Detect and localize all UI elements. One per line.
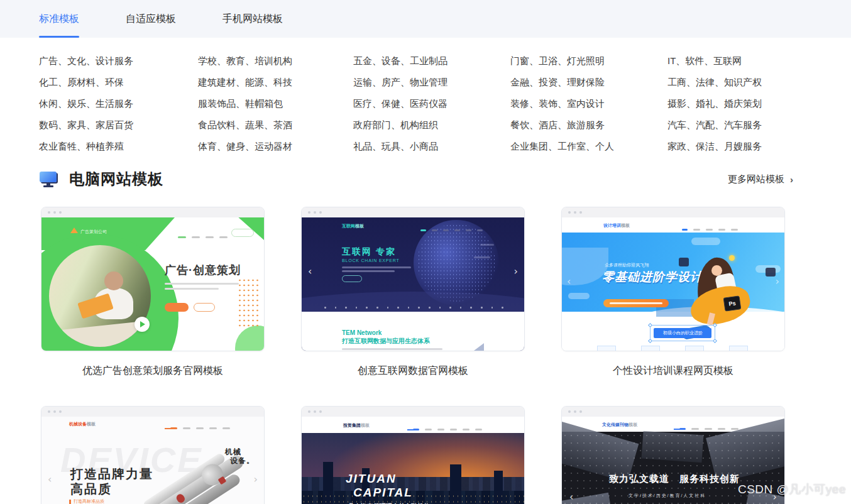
template-card-machinery[interactable]: DEVICE 机械设备模板 打造品牌力量 高品质 打造高标准品质 拥有资深专业技… xyxy=(41,406,265,504)
category-link[interactable]: 餐饮、酒店、旅游服务 xyxy=(510,118,667,131)
carousel-prev-icon: ‹ xyxy=(308,266,312,277)
card-caption-design-training[interactable]: 个性设计培训课程网页模板 xyxy=(561,364,785,378)
template-card-investment[interactable]: 投资集团模板 JITUAN CAPITAL 具有资产管理理念的金融机构 xyxy=(301,406,525,504)
category-link[interactable]: 服装饰品、鞋帽箱包 xyxy=(198,97,353,110)
category-link[interactable]: 礼品、玩具、小商品 xyxy=(353,140,510,153)
category-link[interactable]: 企业集团、工作室、个人 xyxy=(510,140,667,153)
browser-chrome-bar xyxy=(302,207,524,217)
category-link[interactable]: 汽车、汽配、汽车服务 xyxy=(667,118,851,131)
monitor-icon xyxy=(39,170,58,188)
mini-body-title: TEM Network xyxy=(342,329,382,336)
carousel-dots xyxy=(324,307,503,309)
carousel-next-icon: › xyxy=(254,474,258,485)
category-link[interactable]: 食品饮料、蔬果、茶酒 xyxy=(198,118,353,131)
category-link[interactable]: 医疗、保健、医药仪器 xyxy=(353,97,510,110)
browser-chrome-bar xyxy=(41,207,264,217)
template-type-tabbar: 标准模板 自适应模板 手机网站模板 xyxy=(0,0,851,38)
template-preview-investment: 投资集团模板 JITUAN CAPITAL 具有资产管理理念的金融机构 xyxy=(302,417,524,504)
template-card-row-1: 广告策划公司 广告·创意策划 互联网模板 互联网 xyxy=(0,207,851,351)
mini-heading-line2: CAPITAL xyxy=(353,486,413,500)
more-templates-label: 更多网站模板 xyxy=(728,173,784,185)
carousel-prev-icon: ‹ xyxy=(569,492,573,502)
template-card-row-2: DEVICE 机械设备模板 打造品牌力量 高品质 打造高标准品质 拥有资深专业技… xyxy=(0,406,851,504)
category-link[interactable]: 装修、装饰、室内设计 xyxy=(510,97,667,110)
tab-label: 自适应模板 xyxy=(126,13,176,26)
category-link[interactable]: 数码、家具、家居百货 xyxy=(39,118,198,131)
mini-body-subtitle: 打造互联网数据与应用生态体系 xyxy=(342,337,430,346)
photoshop-book-icon: Ps xyxy=(723,295,742,311)
mini-side-text: 设备。 xyxy=(230,456,255,466)
template-hero-photo xyxy=(49,245,151,347)
mini-logo-text: 机械设备模板 xyxy=(69,421,96,427)
category-grid: 广告、文化、设计服务 学校、教育、培训机构 五金、设备、工业制品 门窗、卫浴、灯… xyxy=(0,38,851,153)
tab-label: 手机网站模板 xyxy=(222,13,283,26)
template-preview-internet: 互联网模板 互联网 专家 BLOCK CHAIN EXPERT ‹ › TEM … xyxy=(302,217,524,351)
mini-heading: 广告·创意策划 xyxy=(165,263,241,278)
card-caption-row: 优选广告创意策划服务官网模板 创意互联网数据官网模板 个性设计培训课程网页模板 xyxy=(0,364,851,378)
mini-nav-bars xyxy=(172,231,228,243)
mini-secondary-button xyxy=(194,303,215,312)
mini-logo-text: 文化传媒刊物模板 xyxy=(602,422,637,428)
category-link[interactable]: 休闲、娱乐、生活服务 xyxy=(39,97,198,110)
category-link[interactable]: 农业畜牲、种植养殖 xyxy=(39,140,198,153)
mini-nav-bars xyxy=(415,224,483,236)
category-link[interactable]: 学校、教育、培训机构 xyxy=(198,54,353,67)
carousel-prev-icon: ‹ xyxy=(567,277,571,287)
mini-primary-button xyxy=(165,303,189,312)
mini-heading: 互联网 专家 xyxy=(342,246,396,258)
mini-logo-text: 投资集团模板 xyxy=(343,422,370,429)
browser-chrome-bar xyxy=(562,407,784,417)
mini-outline-button xyxy=(342,275,362,282)
category-link[interactable]: IT、软件、互联网 xyxy=(667,54,851,67)
mini-cta-button: 初级小白的职业进阶 xyxy=(654,328,711,338)
mini-heading-line1: JITUAN xyxy=(346,472,397,486)
play-button-icon xyxy=(135,317,150,332)
card-caption-internet[interactable]: 创意互联网数据官网模板 xyxy=(301,364,525,378)
page-title: 电脑网站模板 xyxy=(69,169,163,189)
category-link[interactable]: 工商、法律、知识产权 xyxy=(667,75,851,89)
category-link[interactable]: 摄影、婚礼、婚庆策划 xyxy=(667,97,851,110)
chart-triangle-icon xyxy=(474,343,484,351)
mini-tagline: 众多课程助你迎风飞翔 xyxy=(605,262,649,268)
floating-badge-icon xyxy=(679,258,689,266)
template-card-design-training[interactable]: 设计培训模板 众多课程助你迎风飞翔 零基础进阶学设计 xyxy=(561,207,785,351)
category-link[interactable]: 金融、投资、理财保险 xyxy=(510,75,667,89)
category-link[interactable]: 体育、健身、运动器材 xyxy=(198,140,353,153)
mini-logo-text: 设计培训模板 xyxy=(603,222,630,229)
mini-nav-pill-button xyxy=(231,229,254,237)
template-preview-machinery: DEVICE 机械设备模板 打造品牌力量 高品质 打造高标准品质 拥有资深专业技… xyxy=(41,417,264,504)
carousel-prev-icon: ‹ xyxy=(48,474,52,485)
category-link[interactable]: 政府部门、机构组织 xyxy=(353,118,510,131)
browser-chrome-bar xyxy=(562,207,784,217)
category-link[interactable]: 家政、保洁、月嫂服务 xyxy=(667,140,851,153)
tab-mobile-template[interactable]: 手机网站模板 xyxy=(222,0,283,38)
mini-logo-text: 互联网模板 xyxy=(342,223,364,229)
mini-subheading: BLOCK CHAIN EXPERT xyxy=(342,258,400,263)
mini-subheading: 文 学 / 技 术 / 历 史 / 教 育 / 人 文 社 科 xyxy=(629,493,705,499)
category-link[interactable]: 五金、设备、工业制品 xyxy=(353,54,510,67)
template-card-advertising[interactable]: 广告策划公司 广告·创意策划 xyxy=(41,207,265,351)
category-link[interactable]: 门窗、卫浴、灯光照明 xyxy=(510,54,667,67)
template-card-internet[interactable]: 互联网模板 互联网 专家 BLOCK CHAIN EXPERT ‹ › TEM … xyxy=(301,207,525,351)
tab-adaptive-template[interactable]: 自适应模板 xyxy=(126,0,176,38)
csdn-watermark: CSDN @凡小可yee xyxy=(738,481,846,498)
card-caption-advertising[interactable]: 优选广告创意策划服务官网模板 xyxy=(41,364,265,378)
mini-logo-text: 广告策划公司 xyxy=(80,229,107,235)
more-templates-link[interactable]: 更多网站模板 › xyxy=(728,173,793,185)
mini-tag-small: 打造高标准品质 xyxy=(74,498,104,504)
lightbulb-icon xyxy=(729,255,735,261)
carousel-next-icon: › xyxy=(514,266,518,277)
category-link[interactable]: 化工、原材料、环保 xyxy=(39,75,198,89)
category-link[interactable]: 广告、文化、设计服务 xyxy=(39,54,198,67)
category-link[interactable]: 运输、房产、物业管理 xyxy=(353,75,510,89)
mini-heading-line2: 高品质 xyxy=(70,481,112,498)
carousel-next-icon: › xyxy=(776,277,779,287)
tab-standard-template[interactable]: 标准模板 xyxy=(39,0,79,38)
category-link[interactable]: 建筑建材、能源、科技 xyxy=(198,75,353,89)
chevron-right-icon: › xyxy=(790,174,793,185)
template-preview-advertising: 广告策划公司 广告·创意策划 xyxy=(41,217,264,351)
browser-chrome-bar xyxy=(302,407,524,417)
template-preview-design-training: 设计培训模板 众多课程助你迎风飞翔 零基础进阶学设计 xyxy=(562,217,784,351)
mini-heading-line1: 打造品牌力量 xyxy=(70,466,153,483)
floating-badge-icon xyxy=(766,268,776,277)
